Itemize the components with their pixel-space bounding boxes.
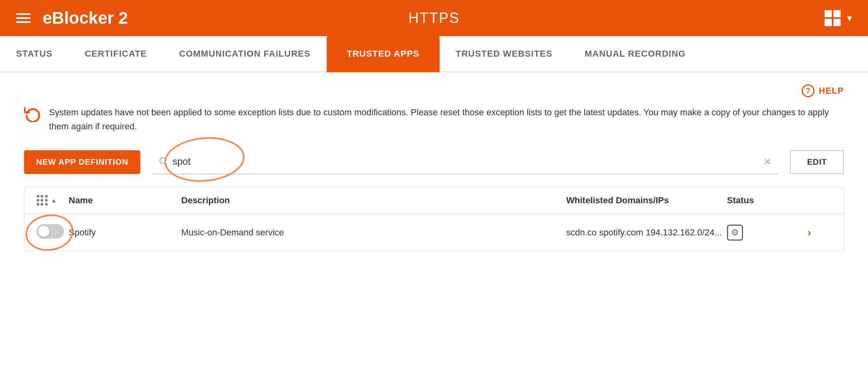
app-description: Music-on-Demand service — [181, 227, 566, 238]
warning-text: System updates have not been applied to … — [49, 105, 844, 133]
toggle-knob — [38, 226, 49, 237]
th-drag: ▲ — [37, 195, 69, 206]
th-status: Status — [727, 195, 807, 206]
new-app-definition-button[interactable]: NEW APP DEFINITION — [24, 150, 140, 174]
help-button[interactable]: ? HELP — [802, 84, 844, 97]
toolbar: NEW APP DEFINITION ✕ EDIT — [24, 149, 844, 174]
header: eBlocker 2 HTTPS ▾ — [0, 0, 868, 36]
th-action — [807, 195, 831, 206]
dropdown-chevron-icon[interactable]: ▾ — [847, 12, 852, 24]
app-status-cell: ⚙ — [727, 225, 807, 241]
settings-icon[interactable]: ⚙ — [727, 225, 743, 241]
tab-trusted-websites[interactable]: TRUSTED WEBSITES — [440, 36, 569, 72]
app-expand-cell: › — [807, 226, 831, 239]
table-header: ▲ Name Description Whitelisted Domains/I… — [25, 187, 843, 214]
warning-refresh-icon — [24, 105, 41, 126]
help-icon: ? — [802, 84, 815, 97]
app-table: ▲ Name Description Whitelisted Domains/I… — [24, 186, 844, 251]
expand-chevron-icon[interactable]: › — [807, 226, 811, 239]
grid-icon[interactable] — [825, 10, 841, 26]
th-name[interactable]: Name — [69, 195, 181, 206]
search-icon — [159, 157, 168, 168]
tab-manual-recording[interactable]: MANUAL RECORDING — [569, 36, 702, 72]
help-label: HELP — [819, 86, 844, 96]
search-clear-icon[interactable]: ✕ — [764, 156, 772, 168]
search-input[interactable] — [152, 149, 778, 174]
th-description: Description — [181, 195, 566, 206]
header-right: ▾ — [825, 10, 852, 26]
svg-line-1 — [165, 163, 166, 164]
table-row: Spotify Music-on-Demand service scdn.co … — [25, 214, 843, 251]
app-domains: scdn.co spotify.com 194.132.162.0/24... — [566, 227, 727, 238]
app-name: Spotify — [69, 227, 181, 238]
tab-certificate[interactable]: CERTIFICATE — [69, 36, 163, 72]
search-container: ✕ — [152, 149, 778, 174]
sort-arrow-icon: ▲ — [51, 197, 57, 204]
page-title: HTTPS — [408, 10, 460, 27]
help-row: ? HELP — [24, 84, 844, 97]
tab-communication-failures[interactable]: COMMUNICATION FAILURES — [163, 36, 327, 72]
tab-trusted-apps[interactable]: TRUSTED APPS — [327, 36, 440, 72]
th-domains: Whitelisted Domains/IPs — [566, 195, 727, 206]
edit-button[interactable]: EDIT — [790, 150, 844, 174]
toggle-track[interactable] — [37, 224, 64, 239]
drag-icon — [37, 195, 48, 206]
app-toggle[interactable] — [37, 224, 64, 239]
toggle-cell — [37, 224, 69, 241]
tab-bar: STATUS CERTIFICATE COMMUNICATION FAILURE… — [0, 36, 868, 72]
main-content: ? HELP System updates have not been appl… — [0, 72, 868, 263]
warning-message: System updates have not been applied to … — [24, 105, 844, 133]
tab-status[interactable]: STATUS — [16, 36, 69, 72]
menu-button[interactable] — [16, 13, 31, 23]
